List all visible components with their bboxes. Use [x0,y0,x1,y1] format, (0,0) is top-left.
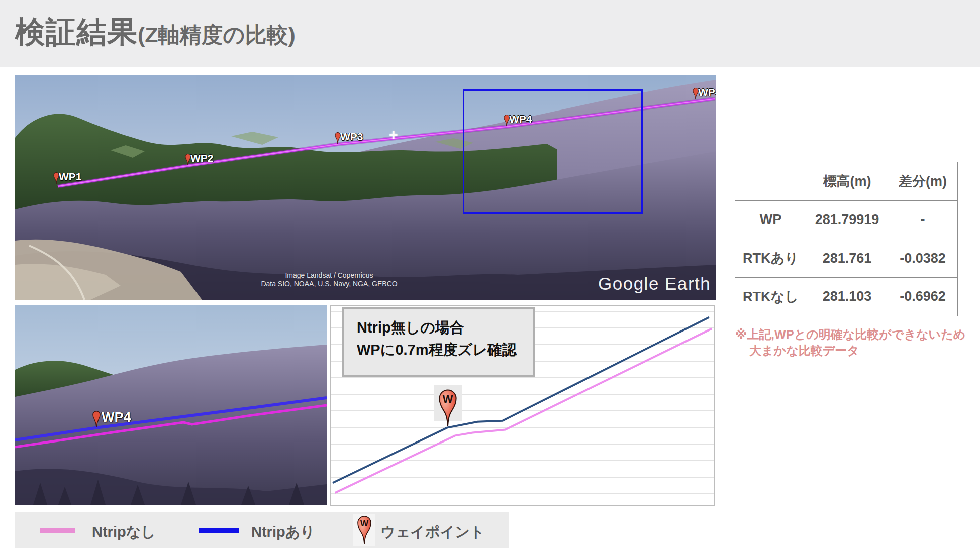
waypoint-pin-icon [91,411,102,428]
legend-label-ntrip-on: Ntripあり [251,522,315,542]
attribution-line1: Image Landsat / Copernicus [285,271,373,279]
note-line2: 大まかな比較データ [735,343,965,359]
legend-swatch-ntrip-on [199,528,239,533]
waypoint-balloon-icon: W [355,514,373,545]
slide: 検証結果 (Z軸精度の比較) [0,0,980,552]
table-header-corner [735,162,807,201]
table-cell-elevation: 281.761 [806,239,889,278]
table-cell-elevation: 281.103 [806,277,889,316]
table-cell-diff: - [888,200,958,240]
detail-terrain [15,305,327,505]
marker-letter: W [360,519,369,528]
note-text: ※上記,WPとの明確な比較ができないため 大まかな比較データ [735,326,965,359]
table-row-label: RTKあり [735,239,807,278]
legend-swatch-ntrip-off [40,528,75,533]
main-earth-image: Image Landsat / Copernicus Data SIO, NOA… [15,75,716,300]
legend-label-ntrip-off: Ntripなし [92,522,156,542]
callout-line1: Ntrip無しの場合 [357,316,528,339]
table-row-label: WP [735,200,807,240]
elevation-chart: W Ntrip無しの場合 WPに0.7m程度ズレ確認 [330,305,715,506]
waypoint-label: WP2 [190,152,214,164]
callout-box: Ntrip無しの場合 WPに0.7m程度ズレ確認 [342,307,535,377]
note-line1: ※上記,WPとの明確な比較ができないため [735,326,965,343]
attribution-line2: Data SIO, NOAA, U.S. Navy, NGA, GEBCO [261,280,397,288]
marker-letter: W [443,393,453,405]
chart-waypoint-marker: W [434,385,462,421]
legend-bar: Ntripなし Ntripあり W ウェイポイント [15,512,509,548]
table-header-diff: 差分(m) [888,162,958,201]
legend-waypoint-marker: W [353,514,375,546]
table-cell-diff: -0.6962 [888,277,958,316]
crosshair-icon: + [389,126,398,143]
waypoint-label: WP3 [340,131,363,143]
waypoint-balloon-icon: W [436,386,459,429]
callout-line2: WPに0.7m程度ズレ確認 [357,339,528,361]
table-cell-diff: -0.0382 [888,239,958,278]
page-title: 検証結果 (Z軸精度の比較) [15,12,296,53]
legend-label-waypoint: ウェイポイント [380,522,485,542]
waypoint-label: WP4 [509,113,532,125]
table-row-label: RTKなし [735,277,807,316]
waypoint-label: WP1 [59,171,82,183]
results-table: 標高(m) 差分(m) WP 281.79919 - RTKあり 281.761… [735,162,957,316]
google-earth-watermark: Google Earth [598,274,711,293]
page-title-sub: (Z軸精度の比較) [138,21,296,50]
page-title-main: 検証結果 [15,12,138,53]
detail-earth-image: WP4 [15,305,327,505]
table-cell-elevation: 281.79919 [806,200,889,240]
highlight-rect [463,89,643,214]
waypoint-label: WP4 [102,410,131,425]
table-header-elevation: 標高(m) [806,162,889,201]
waypoint-label: WP4 [698,86,716,98]
